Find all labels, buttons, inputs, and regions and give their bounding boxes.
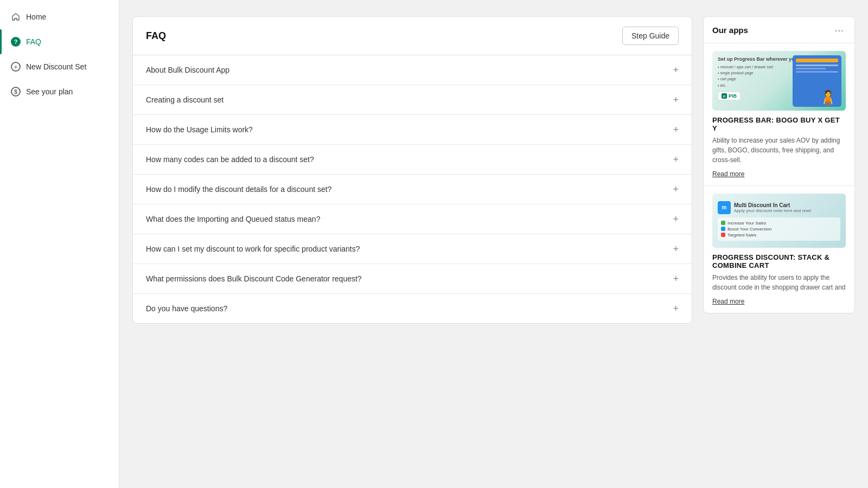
main-content: FAQ Step Guide About Bulk Discount App +… <box>119 0 868 488</box>
faq-item-codes-text: How many codes can be added to a discoun… <box>146 155 314 164</box>
expand-icon-about: + <box>673 65 679 75</box>
pib-badge-text: PIB <box>729 93 737 99</box>
sidebar-item-home-label: Home <box>26 12 46 21</box>
svg-text:P: P <box>723 95 725 98</box>
app1-mockui-line2 <box>796 68 826 69</box>
app2-logo-text-area: Multi Discount In Cart Apply your discou… <box>734 202 811 213</box>
faq-item-modify-text: How do I modify the discount details for… <box>146 185 331 194</box>
pib-icon: P <box>722 93 727 99</box>
expand-icon-creating: + <box>673 95 679 105</box>
faq-item-variants-text: How can I set my discount to work for sp… <box>146 245 360 253</box>
apps-title: Our apps <box>712 25 748 35</box>
faq-item-permissions-text: What permissions does Bulk Discount Code… <box>146 274 362 283</box>
faq-item-usage-limits[interactable]: How do the Usage Limits work? + <box>133 115 692 145</box>
faq-title: FAQ <box>146 30 166 42</box>
sidebar-item-faq-label: FAQ <box>26 37 41 46</box>
app2-mock-row-2: Boost Your Conversion <box>721 227 837 232</box>
app2-logo-title: Multi Discount In Cart <box>734 202 811 208</box>
faq-item-status[interactable]: What does the Importing and Queued statu… <box>133 204 692 234</box>
app2-logo-icon: m <box>718 201 731 214</box>
faq-item-questions-text: Do you have questions? <box>146 304 227 313</box>
plus-circle-icon: + <box>11 62 21 72</box>
faq-item-status-text: What does the Importing and Queued statu… <box>146 215 320 223</box>
faq-item-about[interactable]: About Bulk Discount App + <box>133 55 692 85</box>
sidebar-item-faq[interactable]: ? FAQ <box>0 29 119 54</box>
app2-dot-2 <box>721 227 725 231</box>
app2-mock-row-1: Increase Your Sales <box>721 221 837 226</box>
sidebar-item-home[interactable]: Home <box>0 4 119 29</box>
app2-visual: m Multi Discount In Cart Apply your disc… <box>718 201 840 241</box>
faq-card: FAQ Step Guide About Bulk Discount App +… <box>132 16 692 324</box>
faq-item-modify[interactable]: How do I modify the discount details for… <box>133 175 692 204</box>
app2-read-more-link[interactable]: Read more <box>712 298 744 305</box>
faq-item-creating[interactable]: Creating a discount set + <box>133 85 692 115</box>
sidebar-item-see-your-plan[interactable]: $ See your plan <box>0 79 119 104</box>
dollar-circle-icon: $ <box>11 87 21 97</box>
app2-row-label-2: Boost Your Conversion <box>727 227 771 232</box>
sidebar: Home ? FAQ + New Discount Set $ See your… <box>0 0 119 488</box>
faq-item-creating-text: Creating a discount set <box>146 95 224 104</box>
expand-icon-permissions: + <box>673 274 679 284</box>
app1-description: Ability to increase your sales AOV by ad… <box>712 136 846 165</box>
app1-mockui: 🧍 <box>793 55 841 107</box>
sidebar-item-see-your-plan-label: See your plan <box>26 87 73 96</box>
faq-icon: ? <box>11 37 21 47</box>
app2-mock-ui: Increase Your Sales Boost Your Conversio… <box>718 217 840 241</box>
app1-mockui-line3 <box>796 71 838 73</box>
faq-item-about-text: About Bulk Discount App <box>146 66 229 74</box>
app2-title: PROGRESS DISCOUNT: STACK & COMBINE CART <box>712 253 846 269</box>
step-guide-button[interactable]: Step Guide <box>622 27 679 45</box>
app2-row-label-3: Targeted Sales <box>727 233 756 237</box>
expand-icon-status: + <box>673 214 679 224</box>
app1-mockui-line1 <box>796 65 838 66</box>
app-card-progress-bar: Set up Progress Bar wherever you want • … <box>704 43 854 186</box>
app1-mockui-bar <box>796 59 838 62</box>
app2-mock-row-3: Targeted Sales <box>721 233 837 237</box>
apps-panel: Our apps ··· Set up Progress Bar whereve… <box>703 16 855 313</box>
app1-pib-badge: P PIB <box>718 92 741 100</box>
faq-item-permissions[interactable]: What permissions does Bulk Discount Code… <box>133 264 692 294</box>
apps-more-button[interactable]: ··· <box>832 24 846 35</box>
sidebar-item-new-discount-set[interactable]: + New Discount Set <box>0 54 119 79</box>
home-icon <box>11 12 21 22</box>
faq-item-codes[interactable]: How many codes can be added to a discoun… <box>133 145 692 175</box>
app1-title: PROGRESS BAR: BOGO BUY X GET Y <box>712 116 846 132</box>
app2-description: Provides the ability for users to apply … <box>712 273 846 292</box>
expand-icon-variants: + <box>673 244 679 254</box>
app2-image: m Multi Discount In Cart Apply your disc… <box>712 194 846 248</box>
app1-image: Set up Progress Bar wherever you want • … <box>712 51 846 111</box>
app2-logo-subtitle: Apply your discount code here and now! <box>734 208 811 213</box>
faq-item-variants[interactable]: How can I set my discount to work for sp… <box>133 234 692 264</box>
sidebar-item-new-discount-set-label: New Discount Set <box>26 62 86 71</box>
expand-icon-modify: + <box>673 184 679 194</box>
faq-item-usage-limits-text: How do the Usage Limits work? <box>146 125 253 134</box>
app2-logo-area: m Multi Discount In Cart Apply your disc… <box>718 201 840 214</box>
app2-dot-1 <box>721 221 725 225</box>
faq-item-questions[interactable]: Do you have questions? + <box>133 294 692 323</box>
app1-figure: 🧍 <box>816 91 839 107</box>
app-card-multi-discount: m Multi Discount In Cart Apply your disc… <box>704 186 854 313</box>
expand-icon-codes: + <box>673 155 679 164</box>
faq-header: FAQ Step Guide <box>133 17 692 55</box>
expand-icon-usage-limits: + <box>673 125 679 134</box>
expand-icon-questions: + <box>673 304 679 313</box>
app2-row-label-1: Increase Your Sales <box>727 221 766 226</box>
apps-header: Our apps ··· <box>704 17 854 43</box>
app2-dot-3 <box>721 233 725 237</box>
app1-read-more-link[interactable]: Read more <box>712 170 744 178</box>
